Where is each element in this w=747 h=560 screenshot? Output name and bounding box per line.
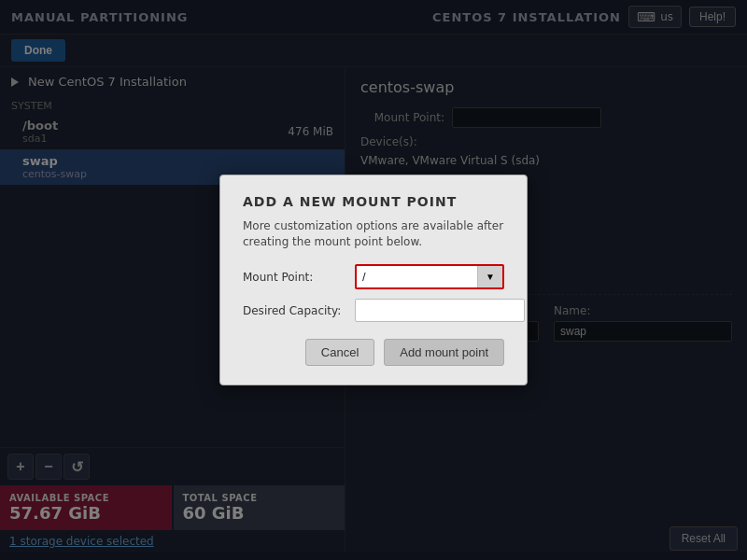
add-mount-point-dialog: ADD A NEW MOUNT POINT More customization… [219,175,528,386]
dialog-capacity-label: Desired Capacity: [243,304,355,317]
dialog-capacity-input[interactable] [355,299,525,322]
dialog-mount-row: Mount Point: ▼ [243,264,504,289]
dialog-overlay: ADD A NEW MOUNT POINT More customization… [0,0,747,560]
dialog-capacity-row: Desired Capacity: [243,299,504,322]
dialog-description: More customization options are available… [243,218,504,250]
chevron-down-icon: ▼ [486,272,495,282]
dialog-mount-input[interactable] [357,266,477,287]
dialog-mount-label: Mount Point: [243,271,355,284]
dialog-mount-input-wrap: ▼ [355,264,504,289]
dialog-title: ADD A NEW MOUNT POINT [243,194,504,209]
dialog-mount-dropdown[interactable]: ▼ [477,266,502,287]
dialog-buttons: Cancel Add mount point [243,339,504,366]
dialog-add-button[interactable]: Add mount point [384,339,504,366]
dialog-cancel-button[interactable]: Cancel [305,339,374,366]
